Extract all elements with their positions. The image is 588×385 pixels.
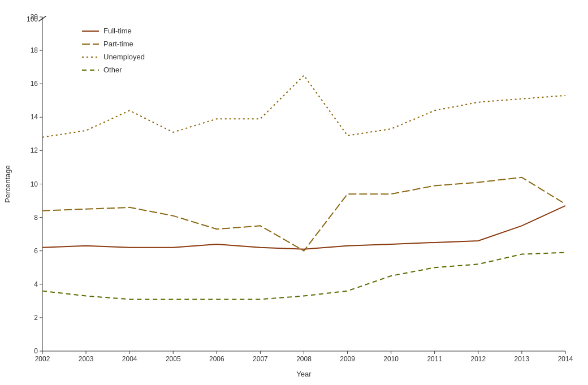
svg-text:2007: 2007 — [253, 355, 268, 363]
svg-text:100: 100 — [27, 15, 38, 23]
svg-text:Percentage: Percentage — [3, 165, 12, 203]
svg-text:2013: 2013 — [514, 355, 530, 363]
svg-text:2009: 2009 — [340, 355, 355, 363]
svg-text:2012: 2012 — [470, 355, 486, 363]
svg-text:Unemployed: Unemployed — [103, 53, 145, 61]
svg-text:Year: Year — [296, 370, 312, 378]
svg-text:Full-time: Full-time — [103, 27, 132, 35]
chart-container: 0246810121416182010020022003200420052006… — [0, 0, 588, 385]
svg-text:Other: Other — [103, 66, 122, 74]
svg-text:2002: 2002 — [35, 355, 50, 363]
svg-text:10: 10 — [31, 180, 38, 188]
svg-text:16: 16 — [31, 80, 38, 88]
svg-text:Part-time: Part-time — [103, 40, 133, 48]
svg-text:0: 0 — [34, 347, 38, 355]
svg-text:2: 2 — [34, 314, 38, 322]
svg-text:2006: 2006 — [209, 355, 224, 363]
svg-text:2004: 2004 — [122, 355, 137, 363]
svg-text:8: 8 — [34, 214, 38, 222]
svg-text:18: 18 — [31, 46, 38, 54]
svg-text:2008: 2008 — [296, 355, 312, 363]
svg-text:2003: 2003 — [79, 355, 94, 363]
svg-text:2005: 2005 — [166, 355, 181, 363]
svg-text:2011: 2011 — [427, 355, 442, 363]
svg-text:2010: 2010 — [383, 355, 399, 363]
svg-text:2014: 2014 — [558, 355, 573, 363]
svg-text:14: 14 — [31, 113, 38, 121]
svg-text:12: 12 — [31, 146, 38, 154]
svg-text:4: 4 — [34, 280, 38, 288]
svg-text:6: 6 — [34, 247, 38, 255]
chart-svg: 0246810121416182010020022003200420052006… — [0, 0, 588, 385]
